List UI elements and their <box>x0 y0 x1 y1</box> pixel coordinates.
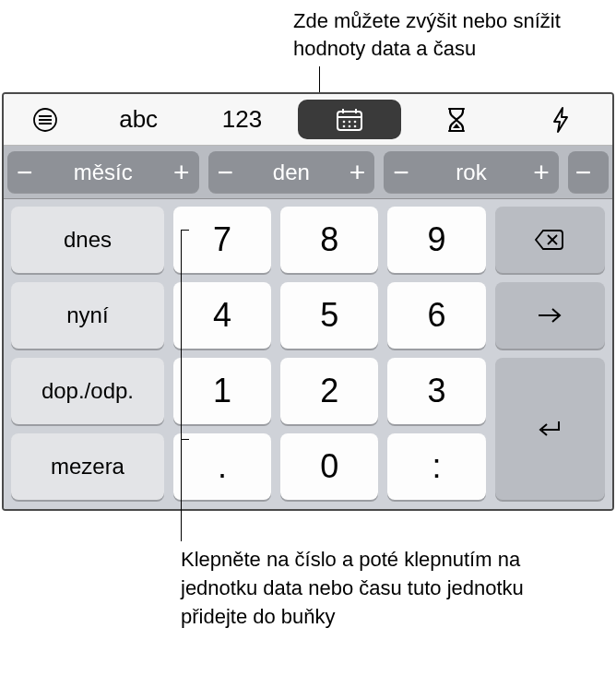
menu-icon <box>31 106 59 134</box>
key-5[interactable]: 5 <box>280 282 378 349</box>
unit-month-label[interactable]: měsíc <box>74 160 133 185</box>
unit-month: − měsíc + <box>7 151 199 193</box>
backspace-icon <box>533 228 566 252</box>
key-8[interactable]: 8 <box>280 207 378 273</box>
key-4[interactable]: 4 <box>173 282 271 349</box>
mode-text[interactable]: abc <box>87 94 190 145</box>
key-today[interactable]: dnes <box>11 207 164 273</box>
date-units-row: − měsíc + − den + − rok + − <box>4 146 612 199</box>
year-decrease[interactable]: − <box>393 159 409 186</box>
lightning-icon <box>551 106 571 134</box>
key-6[interactable]: 6 <box>387 282 485 349</box>
svg-point-10 <box>354 120 357 123</box>
key-now[interactable]: nyní <box>11 282 164 349</box>
day-decrease[interactable]: − <box>218 159 234 186</box>
cell-menu-button[interactable] <box>4 94 87 145</box>
key-7[interactable]: 7 <box>173 207 271 273</box>
key-2[interactable]: 2 <box>280 358 378 424</box>
key-ampm[interactable]: dop./odp. <box>11 358 164 424</box>
mode-date[interactable] <box>298 100 401 139</box>
callout-bracket <box>181 230 182 440</box>
month-increase[interactable]: + <box>173 159 190 186</box>
arrow-right-icon <box>536 306 563 325</box>
callout-line <box>319 66 320 94</box>
unit-year-label[interactable]: rok <box>456 160 486 185</box>
callout-increase-decrease: Zde můžete zvýšit nebo snížit hodnoty da… <box>293 7 607 62</box>
key-colon[interactable]: : <box>387 433 485 500</box>
svg-point-9 <box>349 120 351 123</box>
mode-duration[interactable] <box>405 94 508 145</box>
key-next-field[interactable] <box>495 282 605 349</box>
key-3[interactable]: 3 <box>387 358 485 424</box>
month-decrease[interactable]: − <box>17 159 33 186</box>
key-dot[interactable]: . <box>173 433 271 500</box>
next-decrease: − <box>575 159 592 186</box>
date-time-keyboard: abc 123 <box>2 92 614 511</box>
key-1[interactable]: 1 <box>173 358 271 424</box>
keypad-grid: dnes 7 8 9 nyní 4 5 6 dop./odp. <box>11 207 605 500</box>
callout-tap-number: Klepněte na číslo a poté klepnutím na je… <box>181 546 561 631</box>
return-icon <box>536 418 563 440</box>
unit-year: − rok + <box>384 151 559 193</box>
hourglass-icon <box>445 106 468 134</box>
key-space[interactable]: mezera <box>11 433 164 500</box>
key-backspace[interactable] <box>495 207 605 273</box>
svg-point-11 <box>343 124 346 127</box>
svg-point-13 <box>354 124 357 127</box>
year-increase[interactable]: + <box>533 159 550 186</box>
unit-day: − den + <box>208 151 375 193</box>
calendar-icon <box>335 107 364 133</box>
key-0[interactable]: 0 <box>280 433 378 500</box>
keypad-area: dnes 7 8 9 nyní 4 5 6 dop./odp. <box>4 199 612 509</box>
unit-day-label[interactable]: den <box>273 160 310 185</box>
key-9[interactable]: 9 <box>387 207 485 273</box>
mode-row: abc 123 <box>4 94 612 146</box>
svg-point-12 <box>349 124 351 127</box>
unit-next[interactable]: − <box>568 151 609 193</box>
day-increase[interactable]: + <box>349 159 366 186</box>
key-return[interactable] <box>495 358 605 500</box>
mode-quick[interactable] <box>509 94 612 145</box>
mode-numeric[interactable]: 123 <box>190 94 293 145</box>
svg-point-8 <box>343 120 346 123</box>
callout-line-bottom <box>181 440 182 541</box>
